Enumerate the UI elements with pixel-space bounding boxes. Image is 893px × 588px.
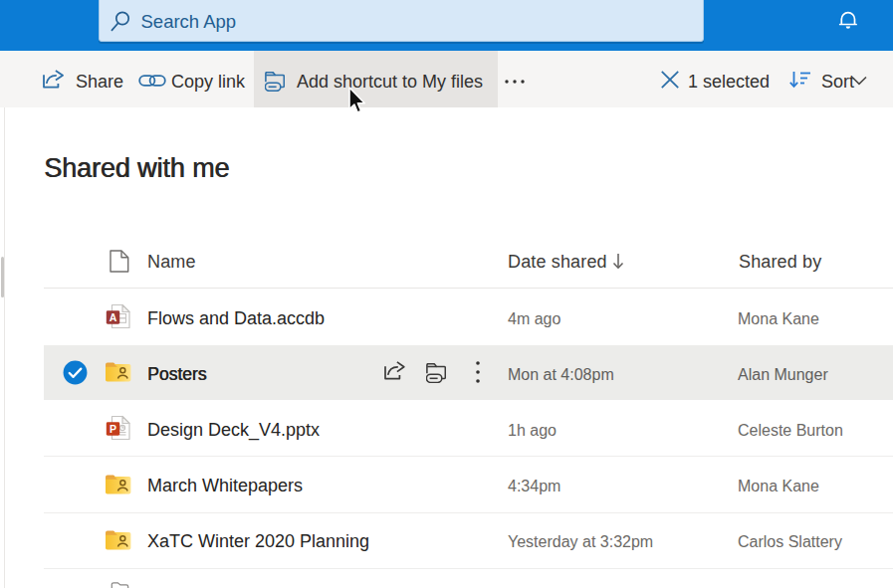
svg-text:P: P [110, 423, 116, 435]
svg-text:A: A [110, 311, 117, 323]
